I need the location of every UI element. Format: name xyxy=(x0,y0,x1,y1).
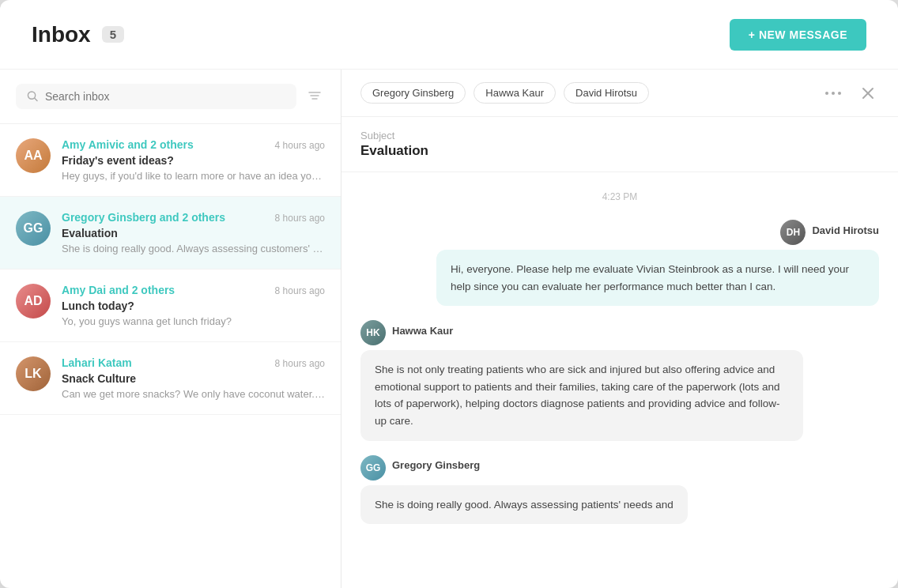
avatar: HK xyxy=(360,320,386,345)
message-sender: Gregory Ginsberg xyxy=(392,459,480,471)
conv-subject: Friday's event ideas? xyxy=(62,154,325,167)
sidebar: AA Amy Amivic and 2 others 4 hours ago F… xyxy=(0,70,341,588)
avatar: GG xyxy=(360,455,386,481)
svg-point-7 xyxy=(838,92,841,95)
conv-subject: Snack Culture xyxy=(62,372,325,385)
conv-top: Amy Amivic and 2 others 4 hours ago xyxy=(62,138,325,151)
conv-subject: Evaluation xyxy=(62,227,325,239)
new-message-button[interactable]: + NEW MESSAGE xyxy=(730,19,866,51)
close-button[interactable] xyxy=(857,84,879,103)
more-options-button[interactable] xyxy=(821,89,846,98)
inbox-count-badge: 5 xyxy=(102,26,124,43)
message-row: David Hirotsu DH Hi, everyone. Please he… xyxy=(360,220,879,306)
avatar: DH xyxy=(780,220,806,245)
search-input-wrap xyxy=(16,84,296,109)
svg-point-5 xyxy=(825,92,828,95)
svg-point-6 xyxy=(832,92,835,95)
timestamp-divider: 4:23 PM xyxy=(360,191,879,202)
subject-value: Evaluation xyxy=(360,143,879,159)
list-item[interactable]: GG Gregory Ginsberg and 2 others 8 hours… xyxy=(0,197,341,270)
avatar: AA xyxy=(16,138,51,173)
avatar: LK xyxy=(16,356,51,391)
filter-button[interactable] xyxy=(304,85,325,108)
conv-header-actions xyxy=(821,84,879,103)
subject-area: Subject Evaluation xyxy=(341,117,898,172)
conv-sender: Gregory Ginsberg and 2 others xyxy=(62,211,225,224)
sender-row: HK Hawwa Kaur xyxy=(360,320,453,345)
message-row: HK Hawwa Kaur She is not only treating p… xyxy=(360,320,879,440)
message-bubble: She is not only treating patients who ar… xyxy=(360,350,803,440)
conv-time: 8 hours ago xyxy=(275,285,325,296)
conv-top: Amy Dai and 2 others 8 hours ago xyxy=(62,284,325,296)
app-window: Inbox 5 + NEW MESSAGE xyxy=(0,0,898,588)
body: AA Amy Amivic and 2 others 4 hours ago F… xyxy=(0,70,898,588)
close-icon xyxy=(862,87,874,100)
message-row: GG Gregory Ginsberg She is doing really … xyxy=(360,455,879,525)
message-sender: David Hirotsu xyxy=(812,224,879,236)
conv-time: 4 hours ago xyxy=(275,140,325,151)
list-item[interactable]: LK Lahari Katam 8 hours ago Snack Cultur… xyxy=(0,342,341,415)
sender-row: David Hirotsu DH xyxy=(780,220,879,245)
conv-subject: Lunch today? xyxy=(62,300,325,312)
more-icon xyxy=(825,92,841,95)
conv-content: Lahari Katam 8 hours ago Snack Culture C… xyxy=(62,356,325,400)
conv-content: Amy Dai and 2 others 8 hours ago Lunch t… xyxy=(62,284,325,327)
subject-label: Subject xyxy=(360,130,879,141)
conv-top: Lahari Katam 8 hours ago xyxy=(62,356,325,369)
message-bubble: Hi, everyone. Please help me evaluate Vi… xyxy=(436,250,879,306)
main-panel: Gregory Ginsberg Hawwa Kaur David Hirots… xyxy=(341,70,898,588)
avatar: GG xyxy=(16,211,51,246)
search-bar xyxy=(0,70,341,124)
conv-content: Gregory Ginsberg and 2 others 8 hours ag… xyxy=(62,211,325,254)
search-icon xyxy=(27,90,39,103)
conversation-header: Gregory Ginsberg Hawwa Kaur David Hirots… xyxy=(341,70,898,117)
conv-sender: Amy Dai and 2 others xyxy=(62,284,175,296)
search-input[interactable] xyxy=(45,90,285,103)
conv-preview: Can we get more snacks? We only have coc… xyxy=(62,388,325,400)
message-bubble: She is doing really good. Always assessi… xyxy=(360,485,688,525)
sender-row: GG Gregory Ginsberg xyxy=(360,455,480,481)
conv-time: 8 hours ago xyxy=(275,213,325,224)
conversation-list: AA Amy Amivic and 2 others 4 hours ago F… xyxy=(0,124,341,588)
participant-tag-2[interactable]: Hawwa Kaur xyxy=(474,82,556,104)
message-sender: Hawwa Kaur xyxy=(392,325,453,337)
avatar: AD xyxy=(16,284,51,318)
header-left: Inbox 5 xyxy=(32,22,124,47)
conv-sender: Amy Amivic and 2 others xyxy=(62,138,194,151)
filter-icon xyxy=(308,89,322,103)
conv-time: 8 hours ago xyxy=(275,358,325,369)
header: Inbox 5 + NEW MESSAGE xyxy=(0,0,898,70)
conv-top: Gregory Ginsberg and 2 others 8 hours ag… xyxy=(62,211,325,224)
conv-sender: Lahari Katam xyxy=(62,356,132,369)
participant-tag-1[interactable]: Gregory Ginsberg xyxy=(360,82,466,104)
page-title: Inbox xyxy=(32,22,91,47)
svg-line-1 xyxy=(35,98,37,100)
list-item[interactable]: AD Amy Dai and 2 others 8 hours ago Lunc… xyxy=(0,270,341,342)
list-item[interactable]: AA Amy Amivic and 2 others 4 hours ago F… xyxy=(0,124,341,197)
conv-preview: Hey guys, if you'd like to learn more or… xyxy=(62,170,325,182)
conv-preview: Yo, you guys wanna get lunch friday? xyxy=(62,315,325,327)
participant-tag-3[interactable]: David Hirotsu xyxy=(564,82,649,104)
conv-preview: She is doing really good. Always assessi… xyxy=(62,243,325,254)
conv-content: Amy Amivic and 2 others 4 hours ago Frid… xyxy=(62,138,325,182)
messages-area: 4:23 PM David Hirotsu DH Hi, everyone. P… xyxy=(341,172,898,588)
